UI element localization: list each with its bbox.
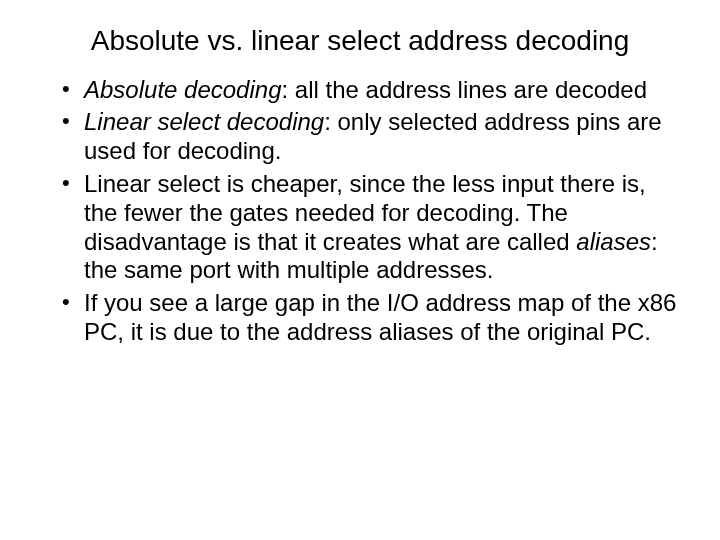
term-linear-select-decoding: Linear select decoding [84, 108, 324, 135]
slide: Absolute vs. linear select address decod… [0, 0, 720, 540]
bullet-text: : all the address lines are decoded [281, 76, 647, 103]
term-absolute-decoding: Absolute decoding [84, 76, 281, 103]
bullet-text: Linear select is cheaper, since the less… [84, 170, 646, 255]
list-item: Linear select decoding: only selected ad… [62, 108, 680, 166]
list-item: If you see a large gap in the I/O addres… [62, 289, 680, 347]
term-aliases: aliases [576, 228, 651, 255]
bullet-text: If you see a large gap in the I/O addres… [84, 289, 676, 345]
slide-title: Absolute vs. linear select address decod… [40, 24, 680, 58]
list-item: Linear select is cheaper, since the less… [62, 170, 680, 285]
bullet-list: Absolute decoding: all the address lines… [40, 76, 680, 347]
list-item: Absolute decoding: all the address lines… [62, 76, 680, 105]
